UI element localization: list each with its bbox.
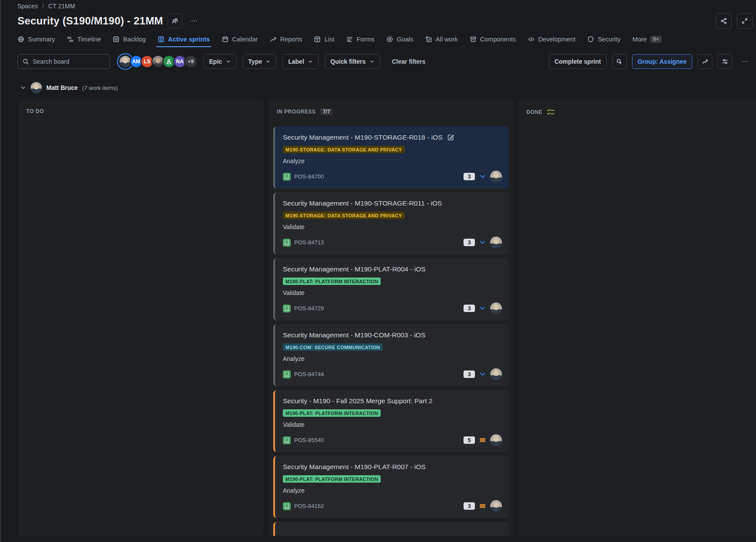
ellipsis-icon [191, 17, 198, 24]
card-key: POS-84744 [294, 371, 324, 377]
chevron-down-icon [369, 59, 375, 64]
card-label: M190-COM: SECURE COMMUNICATION [283, 343, 383, 351]
avatar-overflow[interactable]: +9 [184, 55, 197, 68]
priority-low-icon [479, 173, 486, 180]
group-work-item-count: (7 work items) [82, 85, 118, 91]
board-card[interactable]: Security - M190 - Fall 2025 Merge Suppor… [273, 390, 509, 452]
assignee-avatar[interactable] [490, 302, 502, 314]
card-status: Analyze [283, 355, 502, 362]
quick-filters-dropdown[interactable]: Quick filters [325, 54, 380, 69]
tab-backlog[interactable]: Backlog [113, 36, 146, 43]
tab-all-work[interactable]: All work [425, 36, 458, 43]
tab-timeline[interactable]: Timeline [67, 36, 101, 43]
search-input[interactable] [33, 58, 98, 65]
title-more-button[interactable] [187, 14, 202, 28]
tab-development[interactable]: Development [528, 36, 575, 43]
assignee-avatar[interactable] [490, 434, 502, 446]
loop-arrow-icon [616, 58, 623, 65]
card-title: Security - M190 - Fall 2025 Merge Suppor… [283, 396, 433, 405]
loop-arrow-button[interactable] [612, 54, 627, 69]
story-icon [283, 502, 291, 510]
expand-icon [741, 17, 748, 24]
story-icon [283, 305, 291, 312]
globe-icon [17, 36, 24, 43]
filter-bar: AM LS NA +9 Epic Type Label Quick filter… [17, 54, 753, 69]
board-card[interactable]: Security Management - M190-COM-R003 - iO… [273, 324, 509, 386]
tab-forms[interactable]: Forms [346, 36, 375, 43]
label-filter-dropdown[interactable]: Label [282, 54, 319, 69]
shield-icon [587, 36, 594, 43]
story-icon [283, 436, 291, 444]
goals-icon [386, 36, 393, 43]
card-label: M190-STORAGE: DATA STORAGE AND PRIVACY [283, 212, 405, 219]
tab-more[interactable]: More9+ [632, 36, 662, 43]
board-card[interactable]: Security Management - M190-PLAT-R004 - i… [273, 258, 509, 320]
people-button[interactable] [168, 14, 182, 28]
estimate-badge: 3 [464, 502, 475, 510]
card-label: M190-PLAT: PLATFORM INTERACTION [283, 278, 381, 285]
tab-calendar[interactable]: Calendar [222, 36, 258, 43]
share-icon [720, 17, 727, 24]
board-card[interactable]: Security Management - M190-STORAGE-R018 … [273, 127, 509, 189]
development-icon [528, 36, 535, 43]
estimate-badge: 3 [464, 173, 475, 180]
timeline-icon [67, 36, 74, 43]
reports-icon [270, 36, 277, 43]
avatar [31, 82, 42, 93]
collapse-chevron-icon[interactable] [20, 85, 26, 91]
board-card[interactable]: Security Management - M190-PLAT-R007 - i… [273, 456, 509, 518]
tab-active-sprints[interactable]: Active sprints [158, 36, 210, 43]
view-settings-button[interactable] [718, 54, 732, 69]
card-status: Validate [283, 421, 502, 428]
tab-reports[interactable]: Reports [270, 36, 302, 43]
story-icon [283, 370, 291, 378]
card-key: POS-85540 [294, 437, 324, 443]
complete-sprint-button[interactable]: Complete sprint [549, 54, 607, 69]
tab-bar: Summary Timeline Backlog Active sprints … [17, 36, 753, 47]
board-card[interactable]: Security Management - M190-STORAGE-R011 … [273, 192, 509, 254]
insights-button[interactable] [698, 54, 712, 69]
share-button[interactable] [716, 13, 732, 29]
card-label: M190-PLAT: PLATFORM INTERACTION [283, 475, 381, 483]
list-icon [314, 36, 321, 43]
calendar-icon [222, 36, 229, 43]
assignee-avatar[interactable] [490, 368, 502, 380]
tab-goals[interactable]: Goals [386, 36, 413, 43]
tab-security[interactable]: Security [587, 36, 620, 43]
card-label: M190-STORAGE: DATA STORAGE AND PRIVACY [283, 146, 405, 153]
board-icon [158, 36, 165, 43]
assignee-avatar[interactable] [490, 171, 502, 182]
group-by-assignee-button[interactable]: Group: Assignee [632, 54, 692, 69]
card-title: Security Management - M190-STORAGE-R018 … [283, 133, 443, 142]
expand-button[interactable] [737, 13, 753, 29]
estimate-badge: 3 [464, 305, 475, 312]
epic-filter-dropdown[interactable]: Epic [203, 54, 237, 69]
assignee-avatar[interactable] [490, 500, 502, 512]
card-title: Security Management - M190-PLAT-R004 - i… [283, 264, 426, 274]
chevron-down-icon [265, 59, 271, 64]
breadcrumb-project[interactable]: CT 21MM [48, 3, 75, 10]
estimate-badge: 3 [464, 370, 475, 378]
card-status: Validate [283, 223, 502, 230]
priority-medium-icon [479, 436, 486, 444]
column-in-progress: IN PROGRESS 7/7 Security Management - M1… [269, 99, 513, 536]
priority-low-icon [479, 305, 486, 312]
tab-summary[interactable]: Summary [17, 36, 55, 43]
search-icon [22, 58, 29, 65]
board-card-partial[interactable] [273, 522, 509, 536]
assignee-avatar-stack: AM LS NA +9 [119, 55, 197, 68]
type-filter-dropdown[interactable]: Type [243, 54, 277, 69]
tab-list[interactable]: List [314, 36, 334, 43]
search-board-box[interactable] [17, 54, 110, 69]
tab-components[interactable]: Components [470, 36, 516, 43]
assignee-group-header[interactable]: Matt Bruce (7 work items) [20, 82, 756, 93]
breadcrumb-separator: / [42, 3, 44, 10]
assignee-avatar[interactable] [490, 237, 502, 248]
people-icon [172, 17, 179, 24]
edit-icon[interactable] [447, 134, 454, 141]
column-done: DONE [519, 99, 756, 536]
breadcrumb-spaces[interactable]: Spaces [17, 3, 38, 10]
clear-filters-button[interactable]: Clear filters [386, 54, 431, 69]
person-icon [166, 58, 172, 65]
board-more-button[interactable] [738, 54, 753, 69]
